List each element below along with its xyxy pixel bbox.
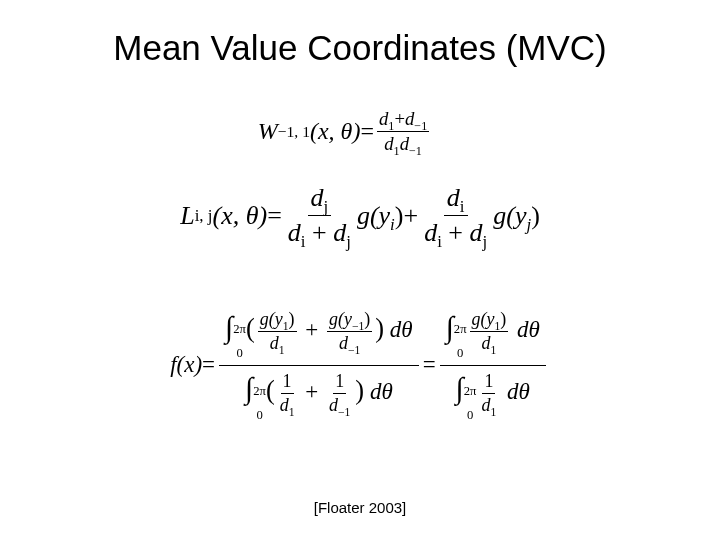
W-fraction: d1+d−1d1d−1 bbox=[377, 108, 429, 155]
L-gyj: g(yj) bbox=[493, 201, 540, 231]
equals: = bbox=[202, 352, 215, 378]
equation-f: f(x) = ∫2π0(g(y1)d1 + g(y−1)d−1) dθ ∫2π0… bbox=[60, 306, 660, 424]
equation-L: Li, j(x, θ) = djdi + djg(yi) + didi + dj… bbox=[60, 183, 660, 248]
L-symbol: L bbox=[180, 201, 194, 231]
L-args: (x, θ) bbox=[213, 201, 268, 231]
W-args: (x, θ) bbox=[310, 118, 360, 145]
slide-title: Mean Value Coordinates (MVC) bbox=[0, 0, 720, 68]
plus: + bbox=[403, 201, 418, 231]
equals: = bbox=[267, 201, 282, 231]
L-term1-frac: djdi + dj bbox=[285, 183, 354, 248]
f-args: (x) bbox=[177, 352, 203, 378]
f-frac-left: ∫2π0(g(y1)d1 + g(y−1)d−1) dθ ∫2π0(1d1 + … bbox=[219, 306, 419, 424]
slide-content: W−1, 1(x, θ) = d1+d−1d1d−1 Li, j(x, θ) =… bbox=[0, 68, 720, 424]
W-symbol: W bbox=[258, 118, 278, 145]
L-term2-frac: didi + dj bbox=[421, 183, 490, 248]
citation: [Floater 2003] bbox=[0, 499, 720, 516]
equals: = bbox=[360, 118, 374, 145]
equals-2: = bbox=[423, 352, 436, 378]
f-frac-right: ∫2π0g(y1)d1 dθ ∫2π01d1 dθ bbox=[440, 306, 546, 424]
L-gyi: g(yi) bbox=[357, 201, 404, 231]
equation-W: W−1, 1(x, θ) = d1+d−1d1d−1 bbox=[30, 108, 660, 155]
